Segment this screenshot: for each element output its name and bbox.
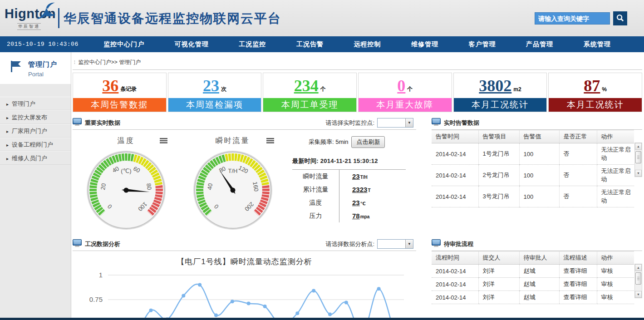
gauge-menu-icon[interactable] (160, 137, 167, 145)
column-header: 动作 (597, 251, 634, 265)
panel-title: 工况数据分析 (85, 240, 120, 248)
nav-menu-item[interactable]: 远程控制 (354, 40, 381, 49)
logo-divider (58, 8, 59, 28)
panel-title: 待审批流程 (444, 240, 473, 248)
column-header: 告警值 (519, 130, 559, 143)
search-button[interactable] (613, 11, 627, 25)
top-header: Hignton 华辰智通 华辰智通设备远程监控物联网云平台 (0, 0, 644, 36)
table-row[interactable]: 2014-02-14 刘洋 赵城 查看详细 审核 (432, 278, 634, 291)
sidebar-item[interactable]: ▸监控大屏发布 (0, 110, 71, 124)
table-row[interactable]: 2014-02-14 3号龙门吊 100 否 无法正常启动 (432, 186, 634, 207)
table-row[interactable]: 2014-02-14 刘洋 赵城 查看详细 审核 (432, 265, 634, 278)
stat-label-bar: 本月重大故障 (359, 98, 452, 112)
table-scrollbar[interactable]: ▲ ▼ (634, 264, 642, 298)
refresh-button[interactable]: 点击刷新 (351, 136, 385, 148)
metric-unit: T/H (360, 175, 368, 180)
column-header: 待审批人 (519, 251, 559, 265)
alarm-panel: 实时告警数据 告警时间告警项目告警值是否正常动作 2014-02-14 (432, 116, 642, 233)
stat-unit: 条记录 (120, 85, 137, 93)
scroll-up-icon[interactable]: ▲ (635, 264, 642, 271)
breadcrumb-dots-icon: ⁞ (74, 61, 75, 64)
stat-cards-row: 36 条记录 本周告警数据 23 次 本周巡检漏项 (73, 73, 642, 112)
stat-value-link[interactable]: 87 (584, 78, 600, 94)
column-header: 提交人 (478, 251, 519, 265)
scrollbar-thumb[interactable] (635, 151, 641, 163)
sidebar-item[interactable]: ▸管理门户 (0, 97, 71, 110)
alarm-table: 告警时间告警项目告警值是否正常动作 2014-02-14 1号龙门吊 100 否 (432, 130, 634, 207)
nav-menu-item[interactable]: 产品管理 (526, 40, 553, 49)
metric-label: 瞬时流量 (292, 170, 339, 183)
stat-card[interactable]: 87 % 本月工况统计 (548, 73, 642, 112)
analysis-point-select[interactable]: ▼ (377, 239, 413, 249)
table-row[interactable]: 2014-02-14 1号龙门吊 100 否 无法正常启动 (432, 143, 634, 165)
table-scrollbar[interactable]: ▲ ▼ (634, 143, 642, 177)
stat-value-link[interactable]: 0 (397, 78, 405, 94)
stat-value-link[interactable]: 36 (102, 78, 118, 94)
nav-menu-item[interactable]: 客户管理 (469, 40, 496, 49)
latest-time-label: 最新时间: 2014-11-21 15:30:12 (292, 157, 413, 165)
flow-line-chart: 10.750.5value (73, 269, 413, 320)
monitor-icon (432, 239, 441, 249)
nav-menu-item[interactable]: 系统管理 (584, 40, 611, 49)
metric-value: 23 (352, 172, 360, 180)
panel-title: 实时告警数据 (444, 119, 479, 127)
antelope-logo-icon (33, 1, 59, 22)
portal-header: 管理门户 Portal (0, 52, 71, 84)
portal-title: 管理门户 (28, 60, 57, 69)
search-input[interactable] (535, 12, 610, 25)
chevron-down-icon: ▼ (405, 118, 413, 127)
svg-text:(℃): (℃) (121, 167, 131, 174)
stat-card[interactable]: 3802 m2 本月工况统计 (453, 73, 547, 112)
main-navbar: 2015-10-19 10:43:06 监控中心门户可视化管理工况监控工况告警远… (0, 36, 644, 52)
stat-card[interactable]: 36 条记录 本周告警数据 (73, 73, 167, 112)
scroll-down-icon[interactable]: ▼ (635, 291, 642, 298)
realtime-data-panel: 重要实时数据 请选择实时监控点: ▼ 温度 020406080100(℃ (73, 116, 416, 233)
stat-value-link[interactable]: 234 (294, 78, 319, 94)
stat-card[interactable]: 234 个 本周工单受理 (263, 73, 357, 112)
svg-text:40: 40 (206, 183, 214, 191)
page-title: 华辰智通设备远程监控物联网云平台 (64, 10, 281, 27)
table-row[interactable]: 2014-02-14 刘洋 赵城 查看详细 审核 (432, 291, 634, 304)
stat-card[interactable]: 23 次 本周巡检漏项 (168, 73, 262, 112)
metric-unit: ℃ (360, 201, 366, 206)
nav-menu-item[interactable]: 可视化管理 (175, 40, 209, 49)
sidebar-menu: ▸管理门户 ▸监控大屏发布 ▸厂家用户门户 ▸设备工程师门户 ▸维修人员门户 (0, 97, 71, 165)
gauge-menu-icon[interactable] (266, 137, 274, 145)
stat-label-bar: 本周巡检漏项 (168, 98, 261, 112)
sidebar-spacer (0, 84, 71, 97)
monitor-point-select[interactable]: ▼ (377, 118, 413, 128)
scroll-down-icon[interactable]: ▼ (635, 170, 642, 177)
column-header: 流程时间 (432, 251, 478, 265)
approval-panel: 待审批流程 流程时间提交人待审批人流程描述动作 2014-02-14 (432, 237, 642, 320)
stat-card[interactable]: 0 个 本月重大故障 (358, 73, 452, 112)
flow-gauge: 04080120160200T/H (192, 149, 274, 231)
sidebar-item[interactable]: ▸厂家用户门户 (0, 124, 71, 138)
flow-gauge-block: 瞬时流量 04080120160200T/H (179, 133, 286, 233)
stat-value-link[interactable]: 3802 (479, 78, 511, 94)
realtime-info-column: 采集频率: 5min 点击刷新 最新时间: 2014-11-21 15:30:1… (286, 133, 416, 233)
metric-label: 累计流量 (292, 183, 339, 196)
monitor-icon (73, 239, 82, 249)
sidebar-item[interactable]: ▸设备工程师门户 (0, 138, 71, 151)
svg-text:T/H: T/H (228, 167, 237, 174)
temperature-gauge-block: 温度 020406080100(℃) (73, 133, 179, 233)
nav-menu-item[interactable]: 工况告警 (296, 40, 324, 49)
panel-title: 重要实时数据 (85, 119, 120, 127)
clock-timestamp: 2015-10-19 10:43:06 (0, 41, 88, 48)
nav-menu-item[interactable]: 监控中心门户 (103, 40, 144, 49)
logo-subtext: 华辰智通 (17, 23, 41, 30)
sidebar-item[interactable]: ▸维修人员门户 (0, 151, 71, 165)
approval-table: 流程时间提交人待审批人流程描述动作 2014-02-14 刘洋 赵城 查看详细 (432, 251, 634, 304)
arrow-right-icon: ▸ (6, 102, 9, 107)
dashboard-screen: Hignton 华辰智通 华辰智通设备远程监控物联网云平台 2015-10-19… (0, 0, 644, 320)
scroll-up-icon[interactable]: ▲ (635, 143, 642, 150)
column-header: 动作 (597, 130, 634, 143)
nav-menu-item[interactable]: 工况监控 (239, 40, 266, 49)
breadcrumb: ⁞ 监控中心门户>> 管理门户 (73, 57, 642, 70)
analysis-panel: 工况数据分析 请选择数据分析点: ▼ 【电厂1号线】瞬时流量动态监测分析 10.… (73, 237, 416, 320)
stat-value-link[interactable]: 23 (203, 78, 219, 94)
table-row[interactable]: 2014-02-14 2号龙门吊 100 否 无法正常启动 (432, 165, 634, 186)
stat-label-bar: 本周告警数据 (73, 98, 166, 112)
scrollbar-thumb[interactable] (635, 272, 641, 285)
nav-menu-item[interactable]: 维修管理 (411, 40, 438, 49)
